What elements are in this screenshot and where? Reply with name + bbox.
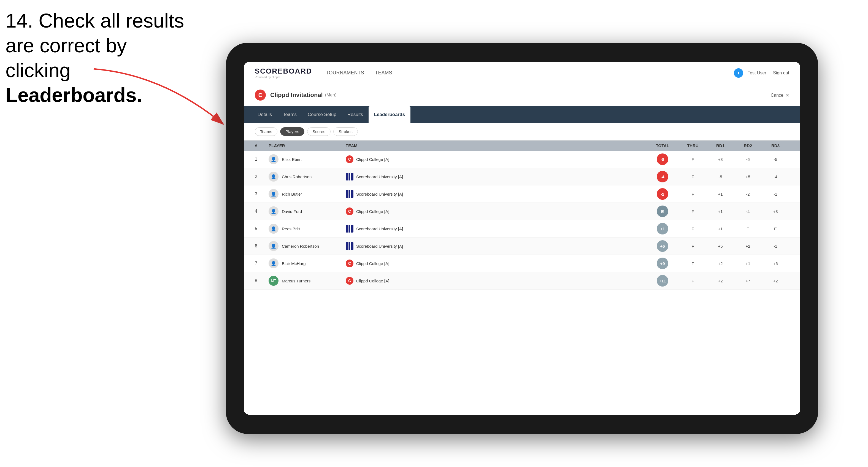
rd1-8: +2 — [707, 279, 734, 283]
player-name-3: Rich Butler — [282, 192, 302, 196]
rank-6: 6 — [255, 244, 269, 249]
team-logo-clippd-8: C — [346, 277, 353, 285]
tournament-header: C Clippd Invitational (Men) Cancel ✕ — [244, 84, 800, 106]
tournament-logo: C — [255, 90, 266, 100]
rd3-2: -4 — [762, 175, 789, 179]
rd2-1: -6 — [734, 157, 762, 162]
tab-bar: Details Teams Course Setup Results Leade… — [244, 106, 800, 123]
thru-3: F — [679, 192, 707, 196]
tablet-device: SCOREBOARD Powered by clippd TOURNAMENTS… — [226, 43, 818, 434]
team-logo-scoreboard-6 — [346, 242, 353, 250]
team-name-1: Clippd College [A] — [356, 157, 389, 162]
total-1: -8 — [646, 153, 679, 165]
tab-leaderboards[interactable]: Leaderboards — [369, 106, 410, 123]
total-8: +11 — [646, 275, 679, 286]
total-6: +6 — [646, 240, 679, 252]
avatar-blair-mcharg: 👤 — [269, 258, 279, 268]
tab-results[interactable]: Results — [342, 106, 369, 123]
tab-teams[interactable]: Teams — [277, 106, 302, 123]
rd2-3: -2 — [734, 192, 762, 196]
rd1-7: +2 — [707, 261, 734, 266]
rd2-8: +7 — [734, 279, 762, 283]
nav-tournaments[interactable]: TOURNAMENTS — [326, 69, 364, 77]
score-badge-2: -4 — [657, 171, 668, 182]
instruction-text: 14. Check all results are correct by cli… — [5, 8, 193, 107]
tab-course-setup[interactable]: Course Setup — [302, 106, 342, 123]
player-name-2: Chris Robertson — [282, 175, 312, 179]
table-row: 7 👤 Blair McHarg C Clippd College [A] +9… — [244, 255, 800, 272]
team-logo-clippd-7: C — [346, 259, 353, 267]
filter-teams[interactable]: Teams — [255, 127, 277, 136]
avatar-rich-butler: 👤 — [269, 189, 279, 199]
sign-out-link[interactable]: Sign out — [773, 70, 789, 75]
rd3-3: -1 — [762, 192, 789, 196]
instruction-line2: are correct by clicking — [5, 34, 127, 81]
total-5: +1 — [646, 223, 679, 235]
rd3-4: +3 — [762, 209, 789, 214]
score-badge-3: -2 — [657, 188, 668, 200]
player-name-8: Marcus Turners — [282, 279, 310, 283]
tablet-screen: SCOREBOARD Powered by clippd TOURNAMENTS… — [244, 62, 800, 415]
avatar-david-ford: 👤 — [269, 206, 279, 216]
logo-subtitle: Powered by clippd — [255, 75, 312, 79]
score-badge-5: +1 — [657, 223, 668, 235]
score-badge-6: +6 — [657, 240, 668, 252]
player-name-7: Blair McHarg — [282, 261, 306, 266]
player-2: 👤 Chris Robertson — [269, 172, 346, 182]
rank-8: 8 — [255, 278, 269, 283]
team-name-2: Scoreboard University [A] — [356, 175, 403, 179]
player-4: 👤 David Ford — [269, 206, 346, 216]
avatar-rees-britt: 👤 — [269, 224, 279, 234]
filter-strokes[interactable]: Strokes — [333, 127, 358, 136]
team-logo-scoreboard-5 — [346, 225, 353, 232]
team-logo-scoreboard-2 — [346, 173, 353, 181]
filter-bar: Teams Players Scores Strokes — [244, 123, 800, 141]
top-navigation: SCOREBOARD Powered by clippd TOURNAMENTS… — [244, 62, 800, 84]
rd1-4: +1 — [707, 209, 734, 214]
team-name-5: Scoreboard University [A] — [356, 226, 403, 231]
col-thru: THRU — [679, 143, 707, 148]
nav-links: TOURNAMENTS TEAMS — [326, 69, 734, 77]
rank-2: 2 — [255, 174, 269, 179]
rd3-5: E — [762, 226, 789, 231]
thru-6: F — [679, 244, 707, 249]
tournament-name: Clippd Invitational — [270, 91, 323, 99]
team-logo-clippd-4: C — [346, 208, 353, 215]
player-3: 👤 Rich Butler — [269, 189, 346, 199]
logo-text: SCOREBOARD — [255, 67, 312, 75]
col-total: TOTAL — [646, 143, 679, 148]
thru-5: F — [679, 226, 707, 231]
player-8: MT Marcus Turners — [269, 276, 346, 286]
tab-details[interactable]: Details — [252, 106, 277, 123]
nav-teams[interactable]: TEAMS — [375, 69, 392, 77]
rank-3: 3 — [255, 191, 269, 196]
table-row: 1 👤 Elliot Ebert C Clippd College [A] -8… — [244, 151, 800, 168]
player-1: 👤 Elliot Ebert — [269, 154, 346, 164]
filter-players[interactable]: Players — [280, 127, 304, 136]
rd2-5: E — [734, 226, 762, 231]
player-7: 👤 Blair McHarg — [269, 258, 346, 268]
player-6: 👤 Cameron Robertson — [269, 241, 346, 251]
col-rd2: RD2 — [734, 143, 762, 148]
rd1-2: -5 — [707, 175, 734, 179]
col-player: PLAYER — [269, 143, 346, 148]
filter-scores[interactable]: Scores — [307, 127, 331, 136]
leaderboard-table: 1 👤 Elliot Ebert C Clippd College [A] -8… — [244, 151, 800, 415]
total-2: -4 — [646, 171, 679, 182]
team-name-3: Scoreboard University [A] — [356, 192, 403, 196]
team-5: Scoreboard University [A] — [346, 225, 646, 232]
player-name-4: David Ford — [282, 209, 302, 214]
table-row: 5 👤 Rees Britt Scoreboard University [A]… — [244, 220, 800, 238]
rd3-7: +6 — [762, 261, 789, 266]
team-7: C Clippd College [A] — [346, 259, 646, 267]
cancel-button[interactable]: Cancel ✕ — [771, 93, 789, 98]
col-rank: # — [255, 143, 269, 148]
rd2-7: +1 — [734, 261, 762, 266]
rd1-1: +3 — [707, 157, 734, 162]
table-row: 2 👤 Chris Robertson Scoreboard Universit… — [244, 168, 800, 185]
player-name-1: Elliot Ebert — [282, 157, 302, 162]
thru-2: F — [679, 175, 707, 179]
rank-5: 5 — [255, 226, 269, 231]
thru-8: F — [679, 279, 707, 283]
logo-area: SCOREBOARD Powered by clippd — [255, 67, 312, 79]
